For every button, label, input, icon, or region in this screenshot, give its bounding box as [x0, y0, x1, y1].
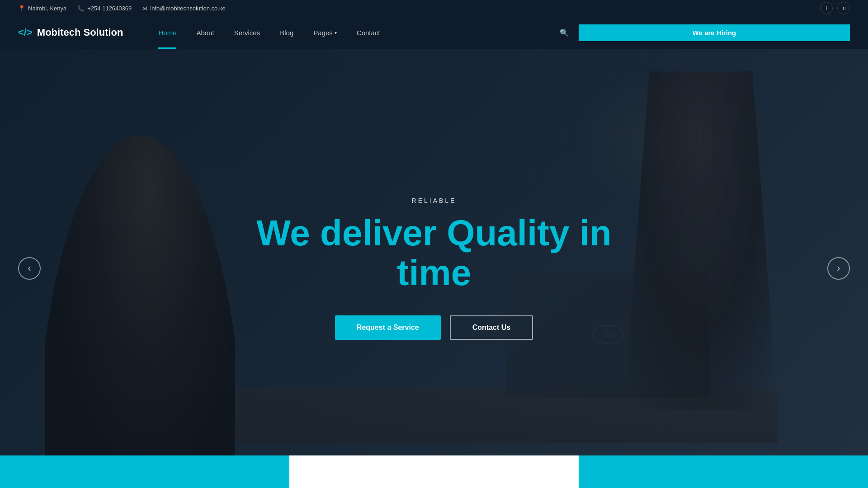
hero-content: RELIABLE We deliver Quality in time Requ…	[231, 197, 637, 340]
bottom-bar-item-1	[0, 455, 289, 488]
email-info[interactable]: ✉ info@mobitechsolution.co.ke	[142, 5, 225, 12]
chevron-left-icon: ‹	[28, 263, 31, 274]
hiring-badge-button[interactable]: We are Hiring	[579, 24, 850, 41]
logo-text: Mobitech Solution	[37, 27, 123, 38]
phone-info[interactable]: 📞 +254 112640369	[77, 5, 132, 12]
location-pin-icon: 📍	[18, 5, 25, 12]
facebook-icon: f	[826, 5, 827, 11]
nav-home[interactable]: Home	[150, 16, 184, 49]
topbar-contact-info: 📍 Nairobi, Kenya 📞 +254 112640369 ✉ info…	[18, 5, 226, 12]
location-info: 📍 Nairobi, Kenya	[18, 5, 66, 12]
chevron-down-icon: ▾	[335, 30, 337, 35]
hero-cta-buttons: Request a Service Contact Us	[231, 315, 637, 340]
slider-prev-button[interactable]: ‹	[18, 257, 41, 280]
hero-title: We deliver Quality in time	[231, 213, 637, 293]
chevron-right-icon: ›	[837, 263, 840, 274]
bottom-bar-item-3	[579, 455, 868, 488]
contact-us-button[interactable]: Contact Us	[450, 315, 533, 340]
search-icon[interactable]: 🔍	[554, 16, 574, 49]
nav-pages[interactable]: Pages ▾	[305, 16, 345, 49]
email-icon: ✉	[142, 5, 147, 12]
linkedin-link[interactable]: in	[837, 2, 850, 14]
nav-about[interactable]: About	[188, 16, 222, 49]
nav-services[interactable]: Services	[226, 16, 269, 49]
nav-contact[interactable]: Contact	[349, 16, 388, 49]
location-text: Nairobi, Kenya	[28, 5, 66, 12]
site-logo[interactable]: </> Mobitech Solution	[18, 27, 123, 38]
phone-icon: 📞	[77, 5, 85, 12]
facebook-link[interactable]: f	[820, 2, 833, 14]
logo-icon: </>	[18, 27, 33, 38]
email-text: info@mobitechsolution.co.ke	[150, 5, 225, 12]
request-service-button[interactable]: Request a Service	[335, 315, 441, 340]
bottom-feature-bar	[0, 455, 868, 488]
hero-title-line2: time	[397, 253, 472, 293]
hero-eyebrow: RELIABLE	[231, 197, 637, 204]
hero-section: DELL RELIABLE We deliver Quality in time…	[0, 49, 868, 488]
navbar: </> Mobitech Solution Home About Service…	[0, 16, 868, 49]
nav-blog[interactable]: Blog	[272, 16, 302, 49]
nav-links: Home About Services Blog Pages ▾ Contact	[150, 16, 554, 49]
slider-next-button[interactable]: ›	[827, 257, 850, 280]
phone-text: +254 112640369	[87, 5, 132, 12]
social-links: f in	[820, 2, 850, 14]
topbar: 📍 Nairobi, Kenya 📞 +254 112640369 ✉ info…	[0, 0, 868, 16]
linkedin-icon: in	[841, 5, 845, 11]
bottom-bar-item-2	[289, 455, 579, 488]
hero-title-line1: We deliver Quality in	[256, 213, 611, 253]
